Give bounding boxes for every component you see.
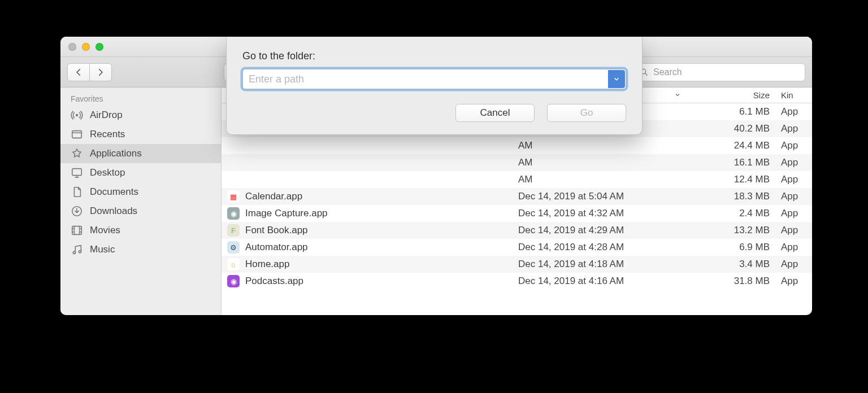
sidebar-item-label: Downloads xyxy=(90,206,137,217)
sidebar-item-label: Documents xyxy=(90,186,138,198)
documents-icon xyxy=(71,186,83,198)
zoom-button[interactable] xyxy=(96,43,103,51)
cell-name: FFont Book.app xyxy=(227,224,518,237)
cell-date: Dec 14, 2019 at 4:32 AM xyxy=(518,208,688,219)
sidebar-item-music[interactable]: Music xyxy=(60,240,221,259)
chevron-down-icon xyxy=(613,75,620,83)
cell-date: AM xyxy=(518,140,688,151)
sidebar-item-recents[interactable]: Recents xyxy=(60,125,221,144)
sidebar-item-documents[interactable]: Documents xyxy=(60,182,221,202)
sidebar-header-favorites: Favorites xyxy=(60,91,221,106)
cell-date: Dec 14, 2019 at 4:16 AM xyxy=(518,276,688,287)
sidebar-item-movies[interactable]: Movies xyxy=(60,221,221,240)
cell-size: 31.8 MB xyxy=(688,276,781,287)
recents-icon xyxy=(71,128,83,141)
app-icon: ◉ xyxy=(227,275,240,287)
sidebar-item-airdrop[interactable]: AirDrop xyxy=(60,106,221,125)
cell-kind: App xyxy=(781,276,812,287)
file-name: Podcasts.app xyxy=(245,276,303,287)
table-row[interactable]: ◉Podcasts.appDec 14, 2019 at 4:16 AM31.8… xyxy=(222,273,812,290)
cell-name: ◉Podcasts.app xyxy=(227,275,518,287)
sheet-buttons: Cancel Go xyxy=(242,104,626,122)
table-row[interactable]: ⌂Home.appDec 14, 2019 at 4:18 AM3.4 MBAp… xyxy=(222,256,812,273)
applications-icon xyxy=(71,147,83,160)
nav-buttons xyxy=(67,63,112,81)
svg-rect-20 xyxy=(72,226,82,235)
app-icon: ⌂ xyxy=(227,258,240,270)
rows-container: AM6.1 MBAppAM40.2 MBAppAM24.4 MBAppAM16.… xyxy=(222,103,812,315)
cell-size: 18.3 MB xyxy=(688,191,781,202)
cell-size: 13.2 MB xyxy=(688,225,781,236)
cell-date: Dec 14, 2019 at 4:28 AM xyxy=(518,242,688,253)
svg-point-16 xyxy=(76,114,78,116)
sidebar-item-downloads[interactable]: Downloads xyxy=(60,202,221,221)
sheet-title: Go to the folder: xyxy=(242,50,626,62)
path-input[interactable] xyxy=(242,69,626,89)
sidebar-item-label: Desktop xyxy=(90,167,125,178)
file-name: Home.app xyxy=(245,259,289,270)
sidebar-item-desktop[interactable]: Desktop xyxy=(60,163,221,182)
path-input-wrap xyxy=(242,69,626,89)
table-row[interactable]: AM24.4 MBApp xyxy=(222,137,812,154)
table-row[interactable]: ▦Calendar.appDec 14, 2019 at 5:04 AM18.3… xyxy=(222,188,812,205)
cell-size: 3.4 MB xyxy=(688,259,781,270)
cell-date: AM xyxy=(518,157,688,168)
column-size[interactable]: Size xyxy=(688,90,781,100)
cell-kind: App xyxy=(781,225,812,236)
cell-name: ⌂Home.app xyxy=(227,258,518,270)
cell-size: 16.1 MB xyxy=(688,157,781,168)
back-button[interactable] xyxy=(67,63,90,81)
minimize-button[interactable] xyxy=(82,43,90,51)
file-name: Image Capture.app xyxy=(245,208,328,219)
table-row[interactable]: ⚙Automator.appDec 14, 2019 at 4:28 AM6.9… xyxy=(222,239,812,256)
table-row[interactable]: AM12.4 MBApp xyxy=(222,171,812,188)
cell-date: Dec 14, 2019 at 4:18 AM xyxy=(518,259,688,270)
sidebar-item-label: AirDrop xyxy=(90,110,123,121)
cancel-button[interactable]: Cancel xyxy=(455,104,535,122)
sidebar-item-applications[interactable]: Applications xyxy=(60,144,221,163)
go-button[interactable]: Go xyxy=(547,104,626,122)
chevron-left-icon xyxy=(73,67,84,77)
cell-size: 40.2 MB xyxy=(688,123,781,134)
music-icon xyxy=(71,243,83,256)
app-icon: ⚙ xyxy=(227,241,240,254)
chevron-down-icon xyxy=(674,90,681,100)
close-button[interactable] xyxy=(68,43,76,51)
path-history-dropdown[interactable] xyxy=(608,70,625,88)
movies-icon xyxy=(71,224,83,237)
cell-size: 6.9 MB xyxy=(688,242,781,253)
desktop-icon xyxy=(71,167,83,179)
svg-rect-17 xyxy=(72,131,82,138)
cell-date: AM xyxy=(518,174,688,185)
cell-kind: App xyxy=(781,106,812,117)
svg-point-21 xyxy=(73,251,75,254)
cell-date: Dec 14, 2019 at 5:04 AM xyxy=(518,191,688,202)
app-icon: ▦ xyxy=(227,190,240,203)
table-row[interactable]: FFont Book.appDec 14, 2019 at 4:29 AM13.… xyxy=(222,222,812,239)
window-controls xyxy=(60,43,103,51)
column-kind[interactable]: Kin xyxy=(781,90,812,100)
sidebar: Favorites AirDrop Recents Applications xyxy=(60,88,222,315)
table-row[interactable]: ◉Image Capture.appDec 14, 2019 at 4:32 A… xyxy=(222,205,812,222)
sidebar-item-label: Music xyxy=(90,244,115,255)
finder-window: Applications xyxy=(60,37,812,315)
search-placeholder: Search xyxy=(653,67,682,77)
chevron-right-icon xyxy=(96,67,106,77)
cell-size: 12.4 MB xyxy=(688,174,781,185)
cell-kind: App xyxy=(781,174,812,185)
table-row[interactable]: AM16.1 MBApp xyxy=(222,154,812,171)
downloads-icon xyxy=(71,205,83,217)
cell-size: 24.4 MB xyxy=(688,140,781,151)
cell-date: Dec 14, 2019 at 4:29 AM xyxy=(518,225,688,236)
cell-size: 2.4 MB xyxy=(688,208,781,219)
file-name: Font Book.app xyxy=(245,225,308,236)
cell-kind: App xyxy=(781,123,812,134)
app-icon: ◉ xyxy=(227,207,240,220)
cell-name: ◉Image Capture.app xyxy=(227,207,518,220)
forward-button[interactable] xyxy=(89,63,112,81)
cell-kind: App xyxy=(781,242,812,253)
search-field[interactable]: Search xyxy=(633,63,805,81)
cell-kind: App xyxy=(781,157,812,168)
file-name: Calendar.app xyxy=(245,191,302,202)
cell-kind: App xyxy=(781,191,812,202)
